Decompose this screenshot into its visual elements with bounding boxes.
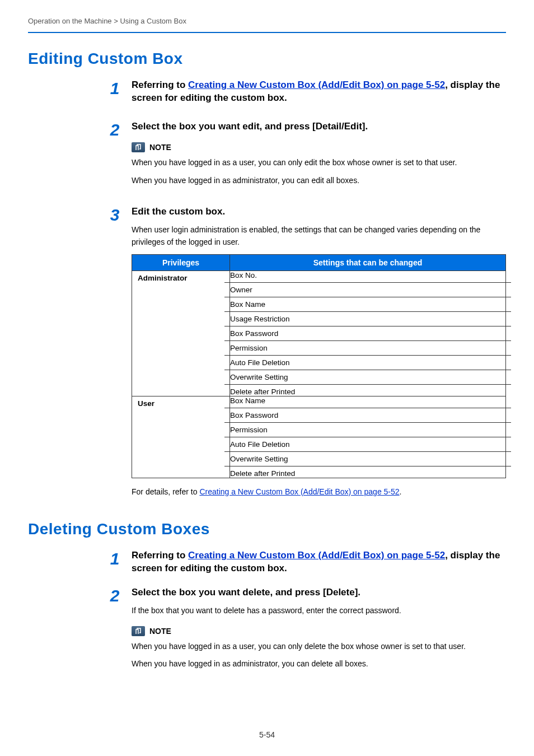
step-heading: Referring to Creating a New Custom Box (… (132, 549, 506, 575)
setting-item: Overwrite Setting (224, 370, 511, 385)
note-label: NOTE (149, 143, 171, 152)
privileges-table: Privileges Settings that can be changed … (132, 254, 506, 478)
setting-item: Owner (224, 283, 511, 297)
table-footer: For details, refer to Creating a New Cus… (132, 486, 506, 498)
breadcrumb: Operation on the Machine > Using a Custo… (28, 17, 506, 25)
note-icon (132, 142, 145, 152)
setting-item: Auto File Deletion (224, 356, 511, 370)
xref-link[interactable]: Creating a New Custom Box (Add/Edit Box)… (188, 80, 445, 90)
step-heading: Referring to Creating a New Custom Box (… (132, 79, 506, 105)
setting-item: Box Name (224, 297, 511, 312)
delete-step-2: 2 Select the box you want delete, and pr… (104, 586, 506, 676)
footer-prefix: For details, refer to (132, 487, 199, 496)
role-cell: User (132, 396, 230, 478)
setting-item: Box No. (224, 268, 511, 283)
note-text-1: When you have logged in as a user, you c… (132, 157, 506, 169)
step-body: If the box that you want to delete has a… (132, 605, 506, 617)
setting-item: Usage Restriction (224, 312, 511, 326)
setting-item: Auto File Deletion (224, 437, 511, 452)
step-number: 2 (104, 120, 126, 192)
footer-suffix: . (400, 487, 402, 496)
step-number: 3 (104, 206, 126, 503)
setting-item: Overwrite Setting (224, 452, 511, 466)
step-1: 1 Referring to Creating a New Custom Box… (104, 79, 506, 110)
setting-item: Permission (224, 341, 511, 356)
step-number: 1 (104, 549, 126, 581)
note-icon (132, 626, 145, 636)
note-text-2: When you have logged in as administrator… (132, 658, 506, 670)
setting-item: Box Password (224, 326, 511, 341)
table-row: User Box Name Box Password Permission Au… (132, 396, 506, 478)
step-heading-prefix: Referring to (132, 80, 188, 90)
step-3: 3 Edit the custom box. When user login a… (104, 206, 506, 503)
xref-link[interactable]: Creating a New Custom Box (Add/Edit Box)… (199, 487, 399, 496)
step-intro: When user login administration is enable… (132, 224, 506, 248)
note-label: NOTE (149, 627, 171, 636)
step-heading: Select the box you want delete, and pres… (132, 586, 506, 599)
th-privileges: Privileges (132, 254, 230, 270)
section-title-editing: Editing Custom Box (28, 50, 506, 68)
step-heading: Select the box you want edit, and press … (132, 120, 506, 133)
note-block: NOTE When you have logged in as a user, … (132, 626, 506, 670)
xref-link[interactable]: Creating a New Custom Box (Add/Edit Box)… (188, 550, 445, 561)
step-heading-prefix: Referring to (132, 550, 188, 561)
setting-item: Permission (224, 423, 511, 437)
page-number: 5-54 (0, 730, 534, 739)
section-title-deleting: Deleting Custom Boxes (28, 520, 506, 538)
note-text-2: When you have logged in as administrator… (132, 175, 506, 187)
note-text-1: When you have logged in as a user, you c… (132, 641, 506, 653)
step-number: 1 (104, 79, 126, 110)
step-number: 2 (104, 586, 126, 676)
step-heading: Edit the custom box. (132, 206, 506, 218)
setting-item: Delete after Printed (224, 466, 511, 480)
step-2: 2 Select the box you want edit, and pres… (104, 120, 506, 192)
table-row: Administrator Box No. Owner Box Name Usa… (132, 270, 506, 396)
note-block: NOTE When you have logged in as a user, … (132, 142, 506, 186)
header-rule (28, 32, 506, 33)
delete-step-1: 1 Referring to Creating a New Custom Box… (104, 549, 506, 581)
role-cell: Administrator (132, 270, 230, 396)
setting-item: Box Password (224, 408, 511, 423)
